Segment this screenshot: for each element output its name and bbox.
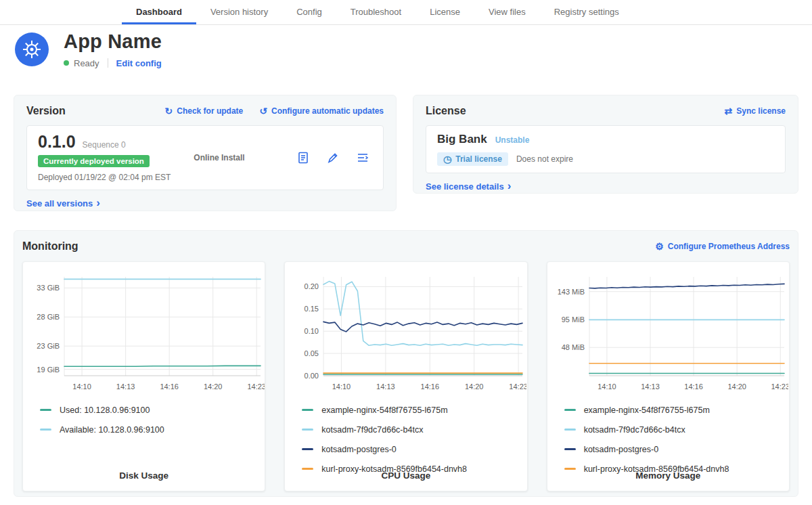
- sync-license-link[interactable]: ⇄ Sync license: [725, 106, 786, 116]
- svg-text:0.20: 0.20: [304, 282, 319, 290]
- license-card-header: License ⇄ Sync license: [426, 105, 786, 117]
- svg-text:14:16: 14:16: [421, 382, 440, 391]
- check-for-update-label: Check for update: [177, 106, 243, 116]
- tab-view-files[interactable]: View files: [474, 0, 540, 24]
- legend-item: kotsadm-7f9dc7d66c-b4tcx: [302, 420, 526, 439]
- app-title-block: App Name Ready Edit config: [64, 31, 162, 68]
- deploy-logs-icon[interactable]: [356, 151, 369, 164]
- customer-row: Big Bank Unstable: [437, 133, 774, 146]
- legend-color-dash: [40, 429, 51, 431]
- tab-registry-settings[interactable]: Registry settings: [540, 0, 633, 24]
- see-license-details-label: See license details: [426, 181, 504, 192]
- svg-text:14:23: 14:23: [247, 382, 265, 391]
- svg-text:14:20: 14:20: [465, 382, 484, 391]
- svg-text:14:10: 14:10: [332, 382, 351, 391]
- configure-prometheus-link[interactable]: ⚙ Configure Prometheus Address: [655, 242, 790, 251]
- tab-config[interactable]: Config: [282, 0, 336, 24]
- tab-license[interactable]: License: [415, 0, 474, 24]
- legend-label: kotsadm-postgres-0: [584, 445, 658, 454]
- status-text: Ready: [74, 58, 99, 68]
- disk-usage-chart-title: Disk Usage: [23, 470, 265, 481]
- release-notes-icon[interactable]: [296, 151, 310, 164]
- legend-item: kotsadm-postgres-0: [302, 439, 526, 459]
- see-all-versions-label: See all versions: [26, 198, 93, 208]
- legend-item: example-nginx-54f8f76755-l675m: [302, 400, 526, 420]
- legend-label: kotsadm-postgres-0: [321, 445, 396, 454]
- deployed-badge: Currently deployed version: [38, 155, 150, 167]
- page-title: App Name: [64, 31, 162, 53]
- chevron-right-icon: ›: [96, 197, 100, 208]
- trial-license-badge: ◷ Trial license: [437, 152, 508, 166]
- svg-text:0.10: 0.10: [304, 327, 319, 335]
- version-number: 0.1.0: [38, 133, 76, 150]
- kubernetes-wheel-icon: [21, 39, 43, 60]
- version-card-title: Version: [26, 105, 66, 117]
- svg-text:0.05: 0.05: [304, 349, 319, 357]
- kubernetes-logo: [15, 32, 49, 66]
- svg-text:95 MiB: 95 MiB: [562, 315, 585, 324]
- legend-color-dash: [302, 409, 313, 411]
- configure-prometheus-label: Configure Prometheus Address: [668, 242, 790, 251]
- svg-text:0.00: 0.00: [304, 372, 319, 380]
- version-card-actions: ↻ Check for update ↺ Configure automatic…: [165, 106, 384, 116]
- legend-item: kotsadm-7f9dc7d66c-b4tcx: [564, 420, 789, 439]
- app-status-row: Ready Edit config: [64, 58, 162, 68]
- svg-text:14:16: 14:16: [685, 382, 704, 391]
- deployed-timestamp: Deployed 01/19/22 @ 02:04 pm EST: [38, 173, 171, 182]
- status-dot: [64, 60, 69, 66]
- version-action-icons: [296, 151, 372, 164]
- svg-text:19 GiB: 19 GiB: [37, 366, 60, 374]
- gear-icon: ⚙: [655, 242, 664, 251]
- chevron-right-icon: ›: [508, 180, 512, 192]
- svg-text:33 GiB: 33 GiB: [37, 284, 60, 292]
- legend-label: Used: 10.128.0.96:9100: [60, 405, 150, 415]
- see-license-details-link[interactable]: See license details ›: [426, 181, 511, 192]
- memory-usage-plot: 48 MiB95 MiB143 MiB14:1014:1314:1614:201…: [547, 269, 788, 395]
- chart-canvas: 48 MiB95 MiB143 MiB14:1014:1314:1614:201…: [547, 269, 788, 395]
- svg-text:14:10: 14:10: [597, 382, 616, 391]
- svg-text:14:23: 14:23: [509, 382, 526, 391]
- legend-color-dash: [302, 429, 313, 431]
- legend-item: Used: 10.128.0.96:9100: [40, 400, 265, 420]
- install-type-label: Online Install: [194, 153, 296, 162]
- svg-text:23 GiB: 23 GiB: [37, 342, 60, 350]
- check-for-update-link[interactable]: ↻ Check for update: [165, 106, 244, 116]
- legend-color-dash: [302, 448, 313, 450]
- tab-troubleshoot[interactable]: Troubleshoot: [336, 0, 415, 24]
- refresh-icon: ↻: [165, 106, 173, 116]
- svg-text:14:16: 14:16: [160, 382, 179, 391]
- svg-text:14:10: 14:10: [72, 382, 91, 391]
- version-card: Version ↻ Check for update ↺ Configure a…: [14, 95, 397, 211]
- customer-name: Big Bank: [437, 133, 487, 146]
- legend-label: example-nginx-54f8f76755-l675m: [584, 405, 710, 415]
- monitoring-header: Monitoring ⚙ Configure Prometheus Addres…: [22, 240, 790, 252]
- edit-config-values-icon[interactable]: [326, 151, 340, 164]
- memory-usage-chart-title: Memory Usage: [547, 470, 789, 481]
- chart-canvas: 0.000.050.100.150.2014:1014:1314:1614:20…: [286, 269, 526, 395]
- trial-license-label: Trial license: [455, 154, 502, 164]
- current-version-info: 0.1.0 Sequence 0 Currently deployed vers…: [38, 133, 171, 182]
- legend-label: Available: 10.128.0.96:9100: [60, 425, 164, 435]
- expiry-label: Does not expire: [516, 154, 573, 164]
- chart-canvas: 19 GiB23 GiB28 GiB33 GiB14:1014:1314:161…: [24, 269, 265, 395]
- sequence-label: Sequence 0: [83, 140, 126, 150]
- configure-automatic-updates-link[interactable]: ↺ Configure automatic updates: [259, 106, 384, 116]
- tab-dashboard[interactable]: Dashboard: [122, 0, 196, 24]
- edit-config-link[interactable]: Edit config: [116, 58, 162, 68]
- svg-text:48 MiB: 48 MiB: [562, 343, 585, 351]
- tab-version-history[interactable]: Version history: [196, 0, 282, 24]
- cpu-usage-plot: 0.000.050.100.150.2014:1014:1314:1614:20…: [286, 269, 526, 395]
- sync-license-label: Sync license: [736, 106, 786, 116]
- sync-icon: ⇄: [725, 106, 733, 116]
- legend-item: kotsadm-postgres-0: [564, 439, 789, 459]
- monitoring-section: Monitoring ⚙ Configure Prometheus Addres…: [14, 230, 798, 497]
- legend-color-dash: [564, 448, 576, 450]
- disk-usage-chart-card: 19 GiB23 GiB28 GiB33 GiB14:1014:1314:161…: [22, 261, 265, 491]
- monitoring-title: Monitoring: [22, 240, 78, 252]
- see-all-versions-link[interactable]: See all versions ›: [26, 198, 100, 208]
- legend-color-dash: [40, 409, 51, 411]
- license-card-title: License: [426, 105, 466, 117]
- clock-icon: ◷: [443, 154, 451, 164]
- disk-usage-legend: Used: 10.128.0.96:9100Available: 10.128.…: [40, 400, 265, 439]
- svg-text:0.15: 0.15: [304, 305, 319, 313]
